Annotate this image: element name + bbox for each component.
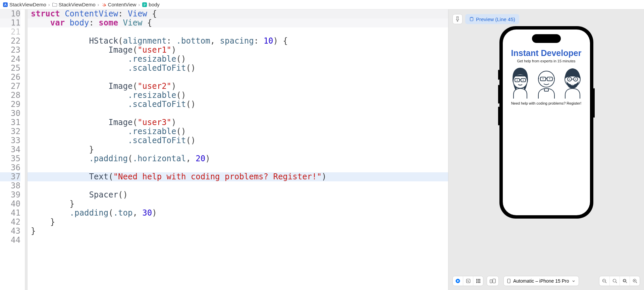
svg-rect-32 (476, 282, 477, 283)
svg-rect-45 (624, 280, 625, 282)
phone-mock: Instant Developer Get help from experts … (499, 26, 593, 219)
code-line[interactable]: .scaledToFit() (28, 100, 448, 109)
breadcrumb: StackViewDemo › StackViewDemo › ContentV… (0, 0, 644, 9)
code-line[interactable] (28, 109, 448, 118)
svg-line-42 (615, 282, 617, 283)
avatar-user3 (560, 66, 585, 99)
code-line[interactable] (28, 73, 448, 82)
phone-side-button (498, 107, 499, 125)
code-line[interactable] (28, 163, 448, 172)
device-settings-icon (490, 279, 496, 283)
phone-icon (507, 279, 511, 283)
code-line[interactable]: .resizable() (28, 127, 448, 136)
crumb-folder[interactable]: StackViewDemo (52, 2, 96, 7)
preview-pill-label: Preview (Line 45) (476, 16, 515, 22)
chevron-right-icon: › (138, 2, 140, 7)
zoom-in-button[interactable] (630, 276, 640, 286)
svg-line-39 (605, 282, 607, 283)
code-line[interactable]: .scaledToFit() (28, 136, 448, 145)
crumb-file[interactable]: ContentView (101, 2, 137, 7)
play-fill-icon (455, 279, 460, 283)
svg-point-23 (575, 79, 576, 80)
code-line[interactable]: } (28, 227, 448, 236)
svg-rect-33 (478, 282, 479, 283)
svg-point-43 (623, 279, 626, 282)
swift-icon (101, 2, 107, 7)
phone-side-button (498, 85, 499, 104)
zoom-out-button[interactable] (599, 276, 609, 286)
fold-strip (25, 9, 28, 290)
crumb-project-label: StackViewDemo (9, 2, 46, 7)
preview-pill[interactable]: Preview (Line 45) (465, 14, 519, 24)
dynamic-island (532, 34, 561, 43)
crumb-project[interactable]: StackViewDemo (3, 2, 46, 7)
code-line[interactable]: HStack(alignment: .bottom, spacing: 10) … (28, 37, 448, 46)
grid-icon (476, 279, 481, 283)
crumb-folder-label: StackViewDemo (59, 2, 96, 7)
chevron-right-icon: › (98, 2, 99, 7)
app-subtitle: Get help from experts in 15 minutes (517, 59, 575, 63)
selectable-preview-button[interactable] (463, 276, 473, 286)
cursor-rect-icon (466, 279, 471, 283)
code-line[interactable]: .scaledToFit() (28, 64, 448, 73)
code-line[interactable]: var body: some View { (28, 18, 448, 27)
code-area[interactable]: struct ContentView: View { var body: som… (28, 9, 448, 290)
crumb-symbol[interactable]: P body (142, 2, 160, 7)
code-line[interactable]: Image("user2") (28, 82, 448, 91)
code-line[interactable]: } (28, 218, 448, 227)
svg-rect-29 (476, 281, 477, 282)
svg-point-16 (542, 78, 543, 79)
svg-point-10 (517, 80, 518, 81)
zoom-actual-button[interactable] (609, 276, 620, 286)
chevron-right-icon: › (48, 2, 50, 7)
chevron-down-icon (572, 279, 575, 283)
app-title: Instant Developer (511, 48, 582, 58)
variants-button[interactable] (473, 276, 483, 286)
folder-icon (52, 2, 57, 7)
svg-point-17 (549, 78, 550, 79)
phone-side-button (498, 70, 499, 80)
pin-button[interactable] (452, 14, 463, 24)
zoom-fit-button[interactable] (620, 276, 630, 286)
live-preview-button[interactable] (453, 276, 463, 286)
app-footer-text: Need help with coding problems? Register… (511, 101, 582, 105)
phone-screen[interactable]: Instant Developer Get help from experts … (503, 30, 590, 215)
device-settings-button[interactable] (487, 276, 498, 286)
code-editor[interactable]: 1011212223242526272829303132333435363738… (0, 9, 448, 290)
code-line[interactable]: .padding(.horizontal, 20) (28, 154, 448, 163)
code-line[interactable]: struct ContentView: View { (28, 9, 448, 18)
line-number-gutter: 1011212223242526272829303132333435363738… (0, 9, 25, 290)
svg-rect-3 (470, 17, 473, 21)
svg-rect-30 (478, 281, 479, 282)
code-line[interactable] (28, 27, 448, 37)
svg-line-44 (626, 282, 627, 283)
code-line[interactable]: .resizable() (28, 55, 448, 64)
code-line[interactable] (28, 181, 448, 190)
canvas-bottom-bar: Automatic – iPhone 15 Pro (452, 276, 640, 286)
code-line[interactable]: Text("Need help with coding problems? Re… (28, 172, 448, 181)
avatar-row (508, 66, 585, 99)
code-line[interactable]: .resizable() (28, 91, 448, 100)
preview-canvas: Preview (Line 45) Instant Developer Get … (448, 9, 644, 290)
svg-rect-27 (478, 279, 479, 280)
property-icon: P (142, 2, 147, 7)
app-icon (3, 2, 8, 7)
device-selector-label: Automatic – iPhone 15 Pro (513, 278, 569, 284)
svg-point-22 (569, 79, 570, 80)
svg-rect-36 (493, 279, 495, 283)
preview-icon (469, 17, 474, 21)
code-line[interactable] (28, 236, 448, 245)
crumb-symbol-label: body (149, 2, 160, 7)
pin-icon (455, 16, 460, 22)
code-line[interactable]: } (28, 145, 448, 154)
code-line[interactable]: Image("user3") (28, 118, 448, 127)
code-line[interactable]: .padding(.top, 30) (28, 209, 448, 218)
code-line[interactable]: } (28, 199, 448, 209)
svg-rect-28 (479, 279, 480, 280)
device-selector[interactable]: Automatic – iPhone 15 Pro (503, 276, 579, 286)
code-line[interactable]: Spacer() (28, 190, 448, 199)
svg-rect-37 (507, 279, 510, 283)
avatar-user2 (534, 66, 558, 99)
code-line[interactable]: Image("user1") (28, 46, 448, 55)
zoom-out-icon (602, 279, 607, 283)
